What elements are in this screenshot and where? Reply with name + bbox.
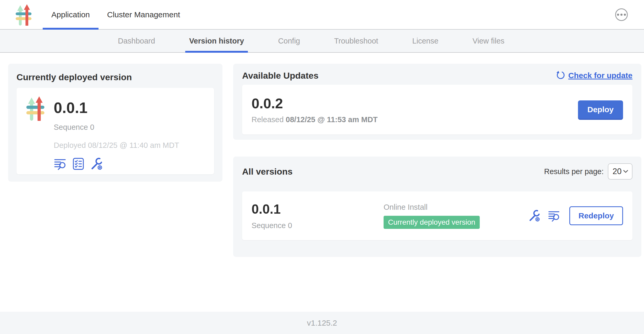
app-subnav: Dashboard Version history Config Trouble… (0, 30, 644, 53)
subnav-label: Dashboard (118, 37, 155, 45)
tab-cluster-management[interactable]: Cluster Management (99, 0, 189, 29)
update-released-line: Released 08/12/25 @ 11:53 am MDT (252, 115, 378, 124)
version-row: 0.0.1 Sequence 0 Online Install Currentl… (242, 191, 632, 240)
subnav-item-version-history[interactable]: Version history (185, 30, 248, 52)
subnav-item-license[interactable]: License (408, 30, 442, 52)
available-updates-panel: Available Updates Check for update 0.0.2 (233, 64, 641, 140)
app-logo-icon (14, 4, 33, 26)
results-per-page-select[interactable]: 20 (608, 163, 632, 180)
overflow-menu-button[interactable] (615, 8, 628, 21)
row-sequence: Sequence 0 (252, 221, 384, 230)
main-content: Currently deployed version 0.0.1 Sequenc… (0, 53, 644, 312)
available-updates-title: Available Updates (242, 71, 319, 80)
config-icon[interactable] (90, 158, 103, 170)
console-version: v1.125.2 (307, 319, 337, 327)
results-per-page-label: Results per page: (544, 167, 604, 176)
subnav-label: Config (278, 37, 300, 45)
all-versions-panel: All versions Results per page: 20 (233, 157, 641, 257)
results-per-page: Results per page: 20 (544, 163, 632, 180)
deploy-button[interactable]: Deploy (578, 100, 623, 119)
row-version-number: 0.0.1 (252, 202, 384, 217)
deployed-sequence: Sequence 0 (54, 123, 179, 132)
subnav-label: Version history (189, 37, 244, 45)
tab-application-label: Application (51, 10, 90, 19)
refresh-icon (556, 71, 565, 80)
deployed-version-number: 0.0.1 (54, 99, 179, 116)
app-logo-icon (25, 96, 46, 168)
update-row: 0.0.2 Released 08/12/25 @ 11:53 am MDT D… (242, 85, 632, 134)
subnav-item-view-files[interactable]: View files (468, 30, 508, 52)
row-actions (528, 210, 560, 222)
check-for-update-link[interactable]: Check for update (556, 71, 632, 80)
currently-deployed-badge: Currently deployed version (384, 216, 480, 229)
redeploy-button[interactable]: Redeploy (569, 206, 623, 225)
deployed-version-card: 0.0.1 Sequence 0 Deployed 08/12/25 @ 11:… (17, 88, 214, 174)
ellipsis-icon (617, 14, 619, 16)
subnav-item-dashboard[interactable]: Dashboard (114, 30, 159, 52)
subnav-label: License (412, 37, 438, 45)
chevron-down-icon (623, 170, 628, 173)
release-notes-icon[interactable] (54, 158, 66, 170)
subnav-label: View files (472, 37, 504, 45)
subnav-item-config[interactable]: Config (274, 30, 304, 52)
tab-application[interactable]: Application (43, 0, 99, 29)
currently-deployed-title: Currently deployed version (17, 72, 214, 82)
subnav-item-troubleshoot[interactable]: Troubleshoot (330, 30, 382, 52)
preflight-checks-icon[interactable] (72, 158, 85, 170)
check-for-update-label: Check for update (568, 71, 632, 80)
currently-deployed-panel: Currently deployed version 0.0.1 Sequenc… (8, 64, 222, 182)
tab-cluster-management-label: Cluster Management (107, 10, 180, 19)
subnav-label: Troubleshoot (334, 37, 378, 45)
results-per-page-value: 20 (613, 167, 621, 176)
config-icon[interactable] (528, 210, 541, 222)
deployed-actions (54, 158, 179, 170)
update-version-number: 0.0.2 (252, 95, 378, 111)
primary-nav: Application Cluster Management (43, 0, 189, 29)
release-notes-icon[interactable] (548, 210, 560, 222)
row-install-type: Online Install (384, 203, 528, 212)
top-header: Application Cluster Management (0, 0, 644, 30)
deployed-timestamp: Deployed 08/12/25 @ 11:40 am MDT (54, 141, 179, 150)
page-footer: v1.125.2 (0, 312, 644, 334)
all-versions-title: All versions (242, 166, 293, 176)
right-column: Available Updates Check for update 0.0.2 (233, 64, 641, 257)
